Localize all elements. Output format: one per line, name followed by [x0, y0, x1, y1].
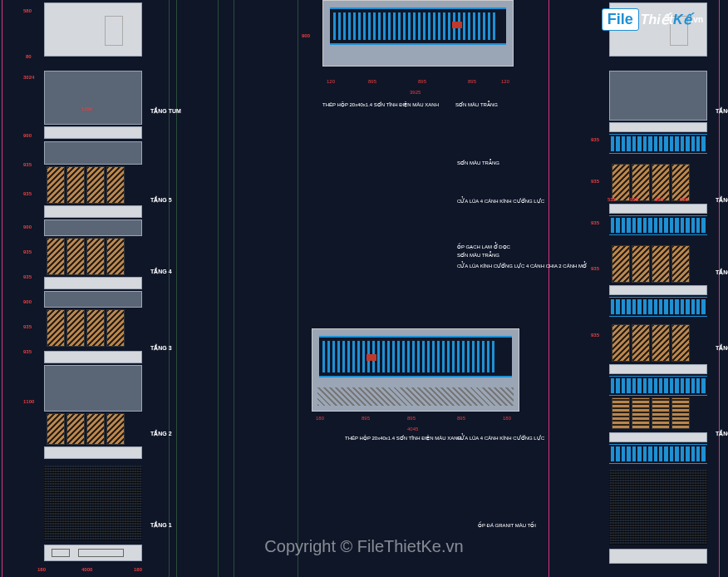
- red-marker-icon: [366, 354, 376, 361]
- rail-detail-box: [312, 328, 519, 412]
- dim: 935: [23, 274, 32, 279]
- t1-mesh: [609, 470, 707, 545]
- dim: 180: [37, 567, 46, 572]
- dim: 180: [503, 416, 511, 421]
- annotation: CỬA LÙA 4 CÁNH KÍNH CƯỜNG LỰC: [457, 198, 544, 204]
- roof-panel: [44, 2, 142, 57]
- floor-label: TẦNG: [716, 197, 728, 204]
- floor-label: TẦNG: [716, 345, 728, 352]
- slab: [44, 446, 142, 459]
- blue-rails: [330, 7, 506, 45]
- dim: 535: [607, 197, 616, 202]
- elevation-right: TẦNG TẦNG TẦNG TẦNG TẦNG 935 935 935 93: [609, 0, 707, 577]
- base-slab: [609, 549, 707, 564]
- shutters-t3: [47, 309, 125, 347]
- dim: 895: [362, 416, 370, 421]
- red-marker-icon: [452, 22, 462, 28]
- file-icon: File: [602, 8, 639, 31]
- rail-detail-box: [322, 0, 514, 67]
- axis-line: [2, 0, 2, 577]
- floor-label: TẦNG: [716, 431, 728, 437]
- stone-hatch: [317, 387, 514, 406]
- dim: 180: [316, 416, 324, 421]
- floor-label: TẦNG 1: [150, 522, 172, 529]
- shutters: [612, 164, 690, 201]
- dim: 180: [134, 567, 142, 572]
- tum-panel: [44, 71, 142, 125]
- note: CỬA LÙA 4 CÁNH KÍNH CƯỜNG LỰC: [457, 435, 544, 441]
- step-icon: [78, 549, 124, 557]
- shutters-t4: [47, 238, 125, 275]
- dim: 895: [407, 416, 416, 421]
- note: THÉP HỘP 20x40x1.4 SƠN TĨNH ĐIỆN MÀU XAN…: [322, 101, 439, 107]
- watermark-logo: File Thiết Kế .vn: [602, 8, 703, 31]
- slab: [44, 205, 142, 218]
- slab: [609, 432, 707, 442]
- blue-rails: [319, 336, 512, 377]
- dim: 3024: [23, 75, 34, 80]
- slab: [609, 122, 707, 132]
- dim: 120: [501, 79, 509, 84]
- dim: 895: [457, 416, 465, 421]
- dim: 895: [418, 79, 426, 84]
- annotation: ỐP ĐÁ GRANIT MÀU TỐI: [478, 522, 536, 528]
- dim: 935: [591, 266, 599, 271]
- railing-detail-top: 900 120 895 895 895 120 3925 THÉP HỘP 20…: [314, 0, 522, 116]
- dim: 3925: [410, 90, 421, 95]
- t1-mesh: [44, 466, 142, 540]
- floor-label: TẦNG: [716, 108, 728, 115]
- axis-line: [176, 0, 177, 577]
- floor-label: TẦNG 2: [150, 431, 172, 437]
- t5-upper: [44, 141, 142, 165]
- floor-label: TẦNG 4: [150, 269, 172, 275]
- blue-rail-strip: [609, 215, 707, 235]
- dim: 935: [23, 162, 32, 167]
- base-slab: [44, 545, 142, 561]
- logo-text: .vn: [691, 15, 703, 24]
- annotation: SƠN MÀU TRẮNG: [457, 160, 499, 165]
- annotation: ỐP GẠCH LAM Ở DỌC: [457, 244, 510, 249]
- floor-label: TẦNG: [716, 269, 728, 276]
- copyright-text: Copyright © FileThietKe.vn: [264, 537, 463, 556]
- logo-text: Thiết: [641, 12, 673, 27]
- floor-label: TẦNG 5: [150, 197, 172, 204]
- dim: 1100: [23, 399, 34, 404]
- axis-line: [298, 0, 298, 577]
- axis-line: [719, 0, 720, 577]
- dim: 935: [591, 137, 599, 142]
- annotation: CỬA LÙA KÍNH CƯỜNG LỰC 4 CÁNH CHIA 2 CÁN…: [457, 263, 587, 269]
- dim: 900: [23, 133, 32, 138]
- blue-rail-strip: [609, 376, 707, 396]
- annotation: SƠN MÀU TRẮNG: [457, 252, 499, 258]
- dim: 935: [591, 220, 599, 225]
- slab: [44, 277, 142, 289]
- axis-line: [169, 0, 170, 577]
- t2-wall: [44, 365, 142, 412]
- slab: [609, 204, 707, 214]
- slab: [44, 126, 142, 139]
- dim: 995: [630, 197, 638, 202]
- dim: 935: [23, 349, 32, 354]
- center-axis: [218, 0, 234, 577]
- logo-text: Kế: [673, 12, 691, 27]
- dim: 900: [23, 299, 32, 304]
- dim: 80: [26, 54, 32, 59]
- dim: 900: [23, 224, 32, 229]
- floor-label: TẦNG 3: [150, 345, 172, 352]
- axis-line: [548, 0, 549, 577]
- dim: 900: [302, 33, 310, 38]
- shutters: [612, 397, 690, 429]
- blue-rail-strip: [609, 134, 707, 154]
- slab: [609, 364, 707, 374]
- shutters: [612, 245, 690, 283]
- slab: [44, 351, 142, 363]
- dim: 1350: [81, 106, 92, 111]
- dim: 935: [23, 191, 32, 196]
- dim: 895: [468, 79, 476, 84]
- shutters: [612, 324, 690, 362]
- note: THÉP HỘP 20x40x1.4 SƠN TĨNH ĐIỆN MÀU XAN…: [345, 435, 461, 441]
- tum-panel: [609, 71, 707, 121]
- shutters-t5: [47, 166, 125, 204]
- dim: 935: [591, 179, 599, 184]
- dim: 935: [591, 333, 599, 338]
